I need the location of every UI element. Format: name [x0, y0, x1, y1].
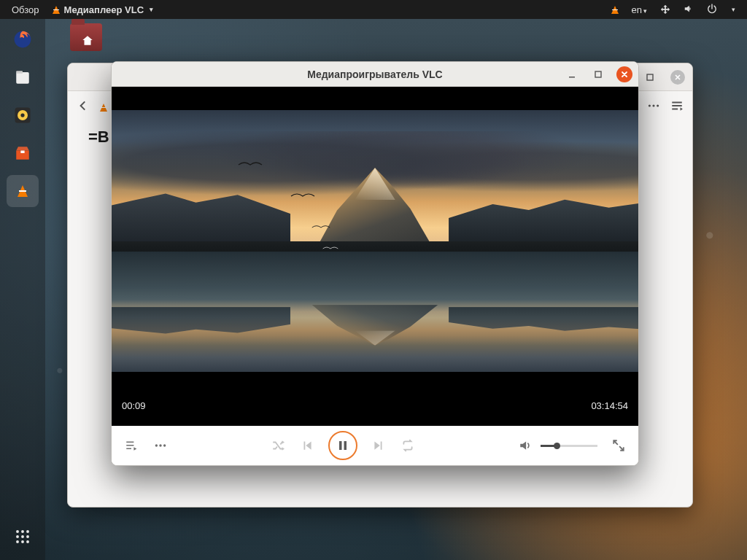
background-heading-partial: =В [88, 128, 109, 147]
svg-point-12 [21, 535, 24, 538]
svg-point-11 [16, 535, 19, 538]
dock [0, 19, 45, 560]
vlc-tray-icon[interactable] [611, 6, 619, 14]
svg-point-21 [657, 104, 659, 106]
volume-slider[interactable] [541, 445, 597, 447]
activities-button[interactable]: Обзор [12, 4, 39, 15]
appmenu-vlc[interactable]: Медиаплеер VLC ▾ [53, 4, 153, 15]
video-frame [112, 110, 638, 372]
svg-rect-27 [339, 441, 342, 450]
more-menu-button[interactable] [152, 438, 169, 454]
svg-point-13 [26, 535, 29, 538]
dock-software[interactable] [7, 137, 39, 169]
dock-firefox[interactable] [7, 23, 39, 55]
vlc-titlebar[interactable]: Медиапроигрыватель VLC [112, 62, 638, 87]
more-icon[interactable] [647, 99, 660, 115]
home-icon [70, 23, 105, 58]
svg-point-19 [649, 104, 651, 106]
queue-icon[interactable] [670, 99, 684, 115]
systray-chevron-icon[interactable]: ▾ [732, 6, 735, 13]
volume-knob[interactable] [554, 443, 560, 449]
bg-close-button[interactable] [670, 70, 685, 85]
chevron-down-icon: ▾ [150, 6, 153, 13]
svg-point-8 [16, 530, 19, 533]
svg-point-14 [16, 540, 19, 543]
play-pause-button[interactable] [328, 431, 357, 460]
svg-rect-23 [595, 71, 601, 77]
time-total[interactable]: 03:14:54 [591, 400, 628, 411]
svg-rect-2 [16, 71, 23, 74]
maximize-button[interactable] [590, 66, 606, 82]
dock-files[interactable] [7, 61, 39, 93]
svg-point-20 [652, 104, 654, 106]
minimize-button[interactable] [564, 66, 580, 82]
svg-point-5 [20, 113, 24, 117]
svg-rect-28 [344, 441, 347, 450]
vlc-window: Медиапроигрыватель VLC [111, 61, 639, 466]
vlc-cone-icon [100, 104, 107, 112]
svg-point-16 [26, 540, 29, 543]
time-elapsed[interactable]: 00:09 [122, 400, 146, 411]
svg-point-26 [163, 444, 166, 446]
next-button[interactable] [371, 438, 387, 454]
shuffle-button[interactable] [270, 438, 286, 454]
svg-rect-22 [569, 77, 575, 78]
close-button[interactable] [616, 66, 632, 82]
network-icon[interactable] [660, 4, 670, 16]
mute-button[interactable] [517, 438, 533, 454]
svg-rect-18 [647, 74, 653, 80]
power-icon[interactable] [707, 4, 717, 16]
dock-vlc[interactable] [7, 175, 39, 207]
bg-maximize-button[interactable] [643, 70, 657, 85]
vlc-cone-icon [53, 6, 60, 14]
svg-point-15 [21, 540, 24, 543]
svg-point-24 [155, 444, 158, 446]
svg-point-25 [159, 444, 161, 446]
volume-icon[interactable] [684, 4, 694, 16]
back-button[interactable] [77, 99, 90, 115]
svg-rect-7 [20, 151, 24, 154]
fullscreen-button[interactable] [611, 438, 627, 454]
svg-point-9 [21, 530, 24, 533]
playlist-button[interactable] [123, 438, 139, 454]
controls-bar [112, 426, 638, 465]
previous-button[interactable] [299, 438, 315, 454]
desktop-home-folder[interactable] [70, 23, 105, 58]
dock-rhythmbox[interactable] [7, 99, 39, 131]
video-area[interactable]: 00:09 03:14:54 [112, 87, 638, 426]
svg-point-10 [26, 530, 29, 533]
window-title: Медиапроигрыватель VLC [112, 69, 638, 80]
gnome-topbar: Обзор Медиаплеер VLC ▾ en▾ ▾ [0, 0, 747, 19]
loop-button[interactable] [400, 438, 416, 454]
input-language-indicator[interactable]: en▾ [632, 4, 647, 15]
dock-show-apps[interactable] [7, 521, 39, 553]
svg-rect-1 [16, 72, 29, 84]
vlc-cone-icon [18, 185, 28, 197]
